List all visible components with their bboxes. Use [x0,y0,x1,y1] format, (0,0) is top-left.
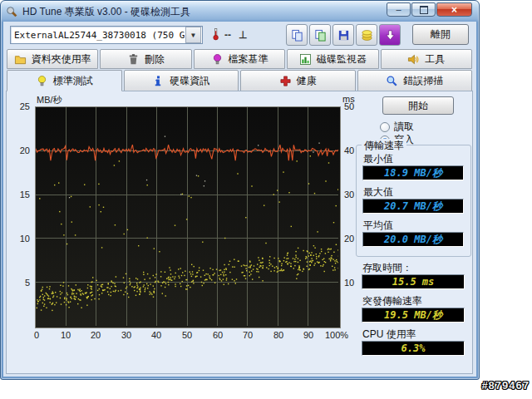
min-value: 18.9 MB/秒 [362,165,464,180]
copy-image-button[interactable] [309,24,331,46]
min-label: 最小值 [363,152,393,166]
x-tick: 30 [121,330,131,340]
trash-icon [127,53,140,66]
maximize-button[interactable] [411,2,436,17]
options-button[interactable] [356,24,377,46]
magnifier-icon [386,75,398,87]
avg-value: 20.0 MB/秒 [362,232,464,247]
minimize-button[interactable]: – [387,2,411,17]
left-tick: 15 [8,190,30,200]
avg-label: 平均值 [363,219,393,233]
x-tick: 80 [273,330,283,340]
purple-bulb-icon [211,53,224,66]
left-tick: 10 [8,234,30,244]
read-radio[interactable]: 讀取 [380,120,414,134]
save-button[interactable] [332,24,354,46]
x-tick: 90 [303,330,313,340]
thermometer-icon [209,27,222,42]
left-tick: 20 [8,145,30,155]
x-tick: 100% [325,330,348,340]
tab-benchmark[interactable]: 標準測試 [7,70,122,91]
transfer-rate-group: 傳輸速率 最小值 18.9 MB/秒 最大值 20.7 MB/秒 平均值 20.… [356,145,471,257]
copy-text-button[interactable] [286,24,308,46]
tab-tools[interactable]: 工具 [381,49,472,69]
copy-image-icon [314,29,327,42]
yellow-bulb-icon [36,75,48,87]
tab-disk-info[interactable]: 硬碟資訊 [124,70,239,91]
x-tick: 60 [213,330,223,340]
x-tick: 20 [91,330,101,340]
coins-icon [361,29,373,42]
x-tick: 40 [151,330,161,340]
copy-text-icon [291,29,303,42]
close-button[interactable]: × [436,2,472,17]
burst-rate-label: 突發傳輸速率 [362,294,422,308]
benchmark-chart [35,106,341,328]
desktop: HD Tune 專業版 v3.00 - 硬碟檢測工具 – × ExternalA… [0,0,532,399]
max-label: 最大值 [363,185,393,200]
left-tick: 5 [8,278,30,288]
x-tick: 0 [34,330,39,340]
tab-disk-monitor[interactable]: 磁碟監視器 [287,49,378,69]
tab-row-primary: 標準測試 硬碟資訊 健康 [7,70,472,91]
tab-row-secondary: 資料夾使用率 刪除 檔案基準 [7,49,472,69]
app-icon [6,6,18,18]
disk-monitor-icon [299,53,312,66]
save-icon [337,29,350,42]
download-button[interactable] [379,24,401,46]
benchmark-panel: MB/秒 ms 25 20 15 10 5 50 40 30 20 10 0 1… [6,91,473,374]
exit-button[interactable]: 離開 [412,24,469,45]
chart-canvas [36,107,338,326]
tab-file-benchmark[interactable]: 檔案基準 [194,49,285,69]
window-title: HD Tune 專業版 v3.00 - 硬碟檢測工具 [22,5,190,19]
tab-folder-usage[interactable]: 資料夾使用率 [7,49,98,69]
tab-error-scan[interactable]: 錯誤掃描 [357,70,473,91]
download-arrow-icon [384,29,397,42]
start-button[interactable]: 開始 [382,96,454,115]
watermark: #879467 [481,379,530,392]
temperature-probe-icon: ⊥ [239,29,247,41]
left-tick: 25 [8,101,30,111]
burst-rate-value: 19.5 MB/秒 [362,308,465,323]
temperature-value: -- [224,29,231,41]
drive-selector[interactable]: ExternalAL25744_38730018 (750 GB) ▼ [10,26,203,44]
access-time-value: 15.5 ms [362,274,465,289]
chevron-down-icon[interactable]: ▼ [185,27,201,43]
radio-unselected-icon [380,122,390,132]
client-area: ExternalAL25744_38730018 (750 GB) ▼ -- ⊥ [3,22,476,377]
cpu-usage-value: 6.3% [362,341,465,356]
app-window: HD Tune 專業版 v3.00 - 硬碟檢測工具 – × ExternalA… [0,0,480,380]
cpu-usage-label: CPU 使用率 [362,328,416,342]
folder-icon [14,53,27,66]
transfer-rate-group-label: 傳輸速率 [362,139,406,153]
title-bar[interactable]: HD Tune 專業版 v3.00 - 硬碟檢測工具 [6,3,379,20]
tab-health[interactable]: 健康 [240,70,356,91]
right-tick: 50 [344,101,364,111]
drive-selector-value: ExternalAL25744_38730018 (750 GB) [11,30,185,41]
left-axis-unit: MB/秒 [37,94,62,106]
maximize-icon [420,6,428,14]
access-time-label: 存取時間： [362,261,412,275]
info-icon [152,75,165,87]
x-tick: 10 [61,330,71,340]
max-value: 20.7 MB/秒 [362,199,464,214]
tab-erase[interactable]: 刪除 [100,49,191,69]
x-tick: 50 [182,330,192,340]
speaker-icon [407,53,420,66]
x-tick: 70 [243,330,253,340]
health-cross-icon [279,75,292,87]
